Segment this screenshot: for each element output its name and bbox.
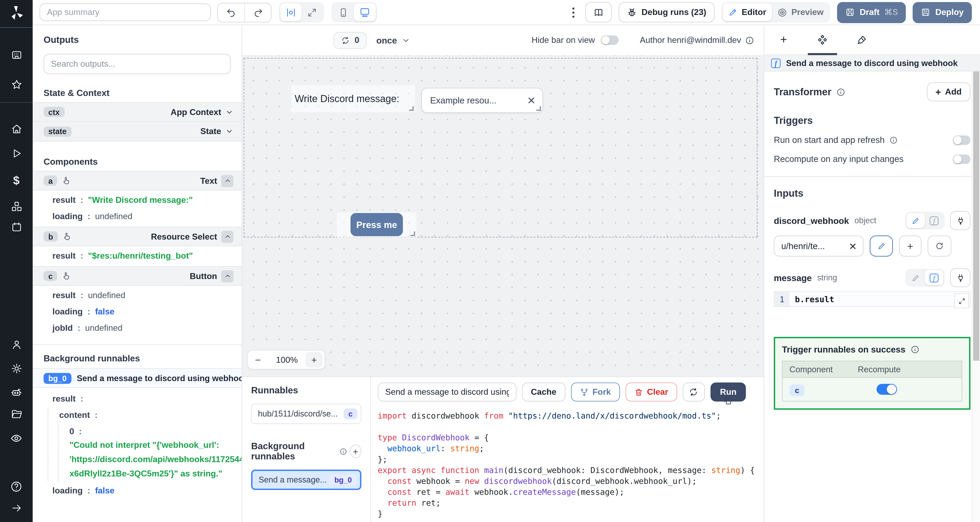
collapse-chevron-up[interactable] [221,231,234,243]
refresh-mode-dropdown[interactable]: once [376,35,410,45]
text-component[interactable]: Write Discord message: [291,85,415,112]
edit-resource-button[interactable] [870,236,893,256]
clear-selection-icon[interactable]: ✕ [527,95,536,105]
zoom-out-button[interactable]: − [248,354,268,366]
more-menu-kebab[interactable] [568,5,578,20]
add-transformer-button[interactable]: +Add [927,82,971,102]
selected-runnable-header[interactable]: f Send a message to discord using webhoo… [764,55,980,72]
reload-resource-button[interactable] [928,236,951,256]
resource-select-component[interactable]: Example resou... ✕ [421,88,543,113]
field-discord-webhook-name: discord_webhook [774,215,849,226]
background-runnable-row[interactable]: bg_0 Send a message to discord using web… [33,368,242,388]
field-discord-webhook-type: object [854,216,876,225]
variables-dollar-icon[interactable]: $ [0,174,33,188]
docs-book-button[interactable] [585,2,612,22]
runnable-item-selected[interactable]: Send a message... bg_0 [251,469,361,490]
users-icon[interactable] [0,339,33,350]
add-background-runnable-button[interactable]: + [350,444,361,458]
clear-button[interactable]: Clear [625,382,677,401]
app-summary-input[interactable] [40,3,211,21]
hide-bar-toggle[interactable] [601,35,619,45]
component-b-badge: b [43,231,58,242]
connect-plug-button[interactable] [950,211,970,230]
deploy-button[interactable]: Deploy [913,2,972,23]
add-resource-button[interactable]: + [899,236,921,256]
component-row-b[interactable]: b Resource Select [33,227,242,247]
zoom-level: 100% [268,355,305,364]
refresh-count-button[interactable]: 0 [334,32,367,49]
fullscreen-button[interactable] [301,3,323,21]
app-canvas[interactable]: Write Discord message: Example resou... … [242,55,764,376]
home-icon[interactable] [0,123,33,135]
tab-editor[interactable]: Editor [722,3,772,21]
output-row-state[interactable]: state State [33,122,242,142]
tab-styling[interactable] [842,25,881,54]
cache-button[interactable]: Cache [522,382,565,401]
component-row-a[interactable]: a Text [33,171,242,191]
pencil-icon [877,242,886,250]
audit-eye-icon[interactable] [0,432,33,444]
field-message-type: string [817,273,837,282]
redo-button[interactable] [244,3,271,22]
component-row-c[interactable]: c Button [33,266,242,286]
collapse-chevron-up[interactable] [221,175,234,187]
app-grid-container[interactable]: Write Discord message: Example resou... … [243,58,757,237]
schedules-calendar-icon[interactable] [0,221,33,233]
scrollbar-thumb[interactable] [973,72,979,361]
tab-insert-component[interactable]: + [764,25,803,54]
pencil-icon [911,216,920,225]
tab-component-settings[interactable] [803,25,842,54]
mobile-view-button[interactable] [333,3,354,21]
press-me-button[interactable]: Press me [350,213,403,236]
favorites-star-icon[interactable] [0,79,33,91]
workspace-icon[interactable] [0,50,33,61]
collapse-chevron-up[interactable] [221,270,234,282]
reload-code-button[interactable] [682,382,705,401]
message-expression-editor[interactable]: 1 b.result [774,291,970,307]
workers-robot-icon[interactable] [0,387,33,399]
button-component[interactable]: Press me [337,212,417,237]
tab-preview[interactable]: Preview [772,3,829,21]
expand-editor-button[interactable] [954,293,969,308]
recompute-on-input-toggle[interactable] [953,154,970,164]
center-align-button[interactable] [280,3,301,21]
resource-value-box[interactable]: u/henri/te... ✕ [774,236,864,256]
eval-mode-function-button[interactable]: f [925,270,943,285]
help-icon[interactable] [0,481,33,493]
debug-runs-button[interactable]: Debug runs (23) [619,2,714,22]
code-lines[interactable]: import discordwebhook from "https://deno… [378,411,757,519]
draft-button[interactable]: Draft ⌘S [837,2,906,23]
static-mode-pencil-button[interactable] [907,270,925,285]
resize-handle[interactable] [410,231,415,236]
kv-key: result [52,195,76,205]
right-panel-scrollbar[interactable] [972,72,980,522]
clear-resource-icon[interactable]: ✕ [849,241,857,251]
zoom-in-button[interactable]: + [305,352,323,368]
run-on-start-toggle[interactable] [953,135,970,145]
collapse-arrow-icon[interactable] [0,502,33,514]
resize-handle[interactable] [409,106,414,111]
windmill-logo[interactable] [8,5,24,21]
resize-handle[interactable] [536,106,541,111]
folders-icon[interactable] [0,408,33,420]
eval-mode-function-button[interactable]: f [925,213,943,228]
undo-button[interactable] [218,3,244,22]
settings-gear-icon[interactable] [0,363,33,374]
fork-button[interactable]: Fork [571,382,620,401]
output-row-ctx[interactable]: ctx App Context [33,102,242,122]
component-a-type: Text [200,176,217,186]
runnable-name-input[interactable] [378,382,517,401]
runnable-item[interactable]: hub/1511/discord/se... c [251,404,361,424]
refresh-icon [935,242,944,250]
resources-cubes-icon[interactable] [0,201,33,212]
runnable-item-badge: c [344,408,357,419]
error-string-line: "Could not interpret "{'webhook_url': [64,438,231,453]
desktop-view-button[interactable] [354,3,375,21]
connect-plug-button[interactable] [950,268,970,287]
copy-code-icon[interactable] [723,396,732,406]
search-outputs-input[interactable] [43,54,231,74]
recompute-c-toggle[interactable] [877,384,897,395]
runs-play-icon[interactable] [0,148,33,159]
editor-preview-segment: Editor Preview [721,2,830,22]
static-mode-pencil-button[interactable] [907,213,925,228]
